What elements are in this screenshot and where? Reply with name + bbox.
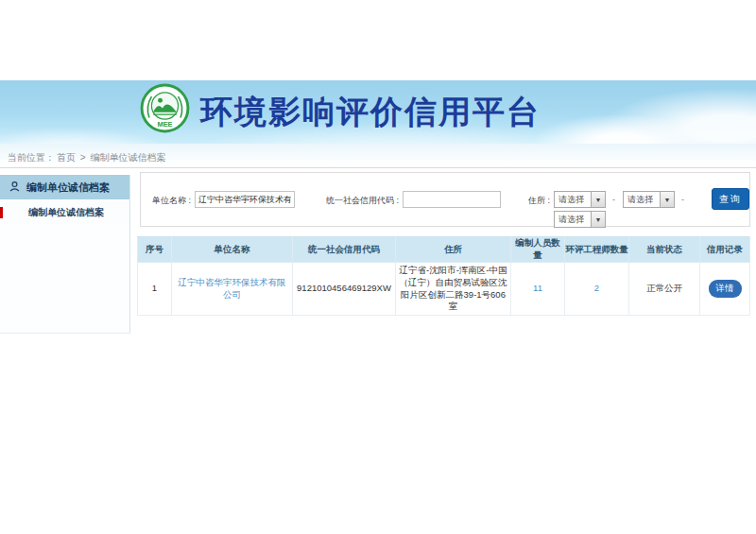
cell-index: 1 <box>138 263 172 316</box>
breadcrumb-separator: > <box>80 152 86 163</box>
city-select[interactable]: 请选择 ▼ <box>623 191 675 208</box>
col-status: 当前状态 <box>629 237 700 263</box>
page: MEE 环境影响评价信用平台 当前位置：首页 > 编制单位诚信档案 编制单位诚信… <box>0 0 756 534</box>
cell-address: 辽宁省-沈阳市-浑南区-中国（辽宁）自由贸易试验区沈阳片区创新二路39-1号60… <box>396 263 511 316</box>
chevron-down-icon: ▼ <box>591 212 605 227</box>
site-title: 环境影响评价信用平台 <box>200 91 541 134</box>
col-index: 序号 <box>138 237 172 263</box>
address-separator: - <box>612 195 615 204</box>
address-separator-2: - <box>681 195 684 204</box>
status-text: 正常公开 <box>629 263 700 316</box>
breadcrumb-home-link[interactable]: 首页 <box>57 152 76 163</box>
sidebar-header-label: 编制单位诚信档案 <box>26 181 110 195</box>
breadcrumb-divider <box>0 167 756 168</box>
province-select[interactable]: 请选择 ▼ <box>554 191 606 208</box>
breadcrumb-current: 编制单位诚信档案 <box>90 152 165 163</box>
credit-code-label: 统一社会信用代码 : <box>326 195 399 207</box>
address-label: 住所 : <box>528 195 550 207</box>
engineer-count-link[interactable]: 2 <box>594 283 599 293</box>
district-select-value: 请选择 <box>555 212 591 227</box>
credit-code-input[interactable] <box>403 191 501 208</box>
site-banner: MEE 环境影响评价信用平台 <box>0 80 756 144</box>
table-header-row: 序号 单位名称 统一社会信用代码 住所 编制人员数量 环评工程师数量 当前状态 … <box>138 237 750 263</box>
active-item-marker <box>0 207 3 218</box>
breadcrumb: 当前位置：首页 > 编制单位诚信档案 <box>8 151 167 164</box>
sidebar: 编制单位诚信档案 编制单位诚信档案 <box>0 175 130 334</box>
mee-logo-icon: MEE <box>140 83 190 133</box>
col-credit-code: 统一社会信用代码 <box>293 237 396 263</box>
company-name-input[interactable] <box>195 191 295 208</box>
results-table: 序号 单位名称 统一社会信用代码 住所 编制人员数量 环评工程师数量 当前状态 … <box>137 236 750 316</box>
district-select[interactable]: 请选择 ▼ <box>554 211 606 228</box>
search-panel: 单位名称 : 统一社会信用代码 : 住所 : 请选择 ▼ - 请选择 ▼ - 请… <box>140 172 750 227</box>
col-credit-record: 信用记录 <box>700 237 750 263</box>
sidebar-section-credit-archive[interactable]: 编制单位诚信档案 <box>0 175 129 199</box>
query-button[interactable]: 查询 <box>712 188 749 210</box>
col-address: 住所 <box>396 237 511 263</box>
col-engineer-count: 环评工程师数量 <box>565 237 629 263</box>
company-name-link[interactable]: 辽宁中咨华宇环保技术有限公司 <box>179 277 286 300</box>
person-icon <box>9 181 21 195</box>
svg-text:MEE: MEE <box>157 120 172 129</box>
chevron-down-icon: ▼ <box>660 192 674 207</box>
cell-credit-code: 9121010456469129XW <box>293 263 396 316</box>
sidebar-item-credit-archive[interactable]: 编制单位诚信档案 <box>0 199 129 225</box>
col-staff-count: 编制人员数量 <box>511 237 565 263</box>
detail-button[interactable]: 详情 <box>709 280 742 298</box>
city-select-value: 请选择 <box>624 192 660 207</box>
col-company-name: 单位名称 <box>172 237 293 263</box>
sidebar-item-label: 编制单位诚信档案 <box>28 206 104 219</box>
table-row: 1 辽宁中咨华宇环保技术有限公司 9121010456469129XW 辽宁省-… <box>138 263 750 316</box>
company-name-label: 单位名称 : <box>152 195 191 207</box>
staff-count-link[interactable]: 11 <box>533 283 542 293</box>
breadcrumb-prefix: 当前位置： <box>8 152 55 163</box>
chevron-down-icon: ▼ <box>591 192 605 207</box>
province-select-value: 请选择 <box>555 192 591 207</box>
